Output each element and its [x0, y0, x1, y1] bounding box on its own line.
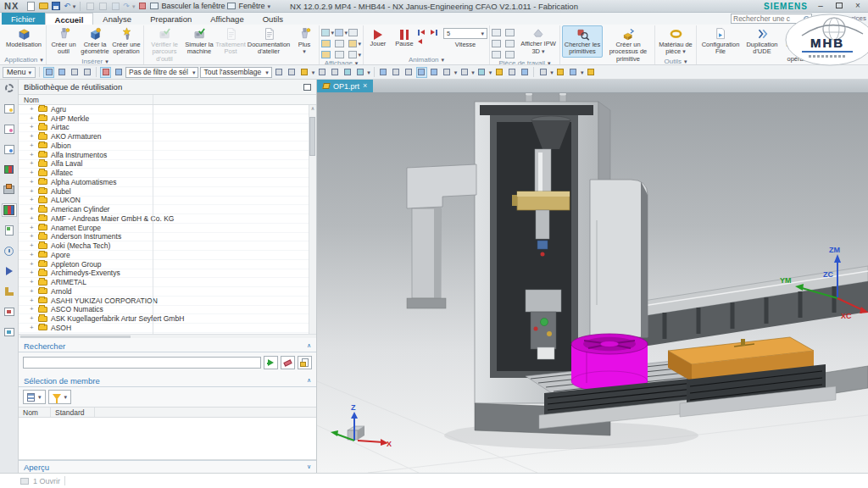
scrollbar-thumb[interactable] [309, 117, 315, 156]
maximize-button[interactable] [833, 2, 845, 10]
group-label-piece-travail[interactable]: Pièce de travail▾ [492, 59, 558, 65]
library-tree-row[interactable]: + AKO Armaturen [19, 132, 316, 141]
filter-dropdown[interactable]: ▾ [48, 390, 72, 404]
collapse-icon[interactable]: ∧ [307, 342, 311, 349]
select-body-icon[interactable] [81, 67, 92, 78]
search-go-button[interactable] [264, 356, 278, 369]
collapse-icon[interactable]: ∧ [307, 377, 311, 384]
pause-button[interactable]: Pause [392, 25, 417, 49]
group-label-application[interactable]: Application▾ [3, 55, 44, 64]
expand-icon[interactable]: + [30, 252, 35, 258]
measure-caret-icon[interactable]: ▾ [550, 69, 554, 75]
group-label-animation[interactable]: Animation▾ [365, 55, 487, 64]
expand-icon[interactable]: + [30, 124, 35, 130]
assembly-navigator-icon[interactable] [2, 102, 17, 115]
library-tree-row[interactable]: + ALUKON [19, 197, 316, 206]
library-tree-row[interactable]: + Anderson Instruments [19, 233, 316, 242]
preview-section-header[interactable]: Aperçu ∨ [19, 460, 316, 473]
group-label-operations[interactable]: Opérations▾ [146, 64, 317, 65]
tab-outils[interactable]: Outils [253, 13, 292, 25]
plus-button[interactable]: Plus ▾ [292, 25, 317, 56]
highlight-caret-icon[interactable]: ▾ [312, 69, 315, 75]
creer-geometrie-button[interactable]: Créer la géométrie [80, 25, 110, 58]
wcs-icon[interactable] [493, 67, 504, 78]
library-tree-row[interactable]: + Agru [19, 105, 316, 114]
redo-icon[interactable]: ↷ [123, 3, 130, 10]
style-caret-icon[interactable]: ▾ [454, 69, 458, 75]
undo-icon[interactable]: ↶ [64, 3, 70, 10]
ipw-option-icon[interactable] [492, 40, 501, 47]
vitesse-select[interactable]: 5 ▾ [443, 28, 487, 39]
cut-icon[interactable] [85, 2, 95, 11]
undo-dropdown-icon[interactable]: ▾ [73, 3, 76, 9]
lasso-icon[interactable] [354, 67, 365, 78]
step-back-button[interactable] [418, 28, 430, 36]
ipw-option-icon[interactable] [505, 51, 515, 58]
part-navigator-icon[interactable] [2, 142, 17, 156]
machine-door[interactable] [590, 180, 648, 337]
group-label-primitive[interactable]: Primitive▾ [562, 64, 653, 65]
point-display-icon[interactable] [335, 51, 344, 58]
zoom-window-icon[interactable] [378, 67, 389, 78]
library-small-icon[interactable] [2, 163, 17, 176]
tab-affichage[interactable]: Affichage [201, 13, 253, 25]
library-tree-row[interactable]: + Alpha Automatismes [19, 178, 316, 187]
pan-view-icon[interactable] [416, 67, 427, 78]
select-inside-icon[interactable] [287, 67, 298, 78]
edit-object-icon[interactable] [568, 67, 579, 78]
perspective-icon[interactable] [429, 67, 440, 78]
expand-icon[interactable]: + [30, 115, 35, 122]
window-frame-icon[interactable] [2, 325, 17, 339]
selection-filter-select[interactable]: Pas de filtre de sél▾ [125, 67, 198, 78]
history-clock-icon[interactable] [2, 244, 17, 258]
pencil-icon[interactable] [585, 67, 596, 78]
redo-dropdown-icon[interactable]: ▾ [132, 3, 136, 9]
select-cursor-icon[interactable] [43, 67, 54, 78]
tab-accueil[interactable]: Accueil [45, 13, 94, 25]
lasso-caret-icon[interactable]: ▾ [367, 69, 370, 75]
3d-viewport[interactable]: ZM ZC YM XC Z X [317, 93, 868, 473]
expand-icon[interactable]: + [30, 297, 35, 304]
style-shaded-icon[interactable] [442, 67, 453, 78]
view-orient-icon[interactable] [519, 67, 530, 78]
tab-op1-prt[interactable]: OP1.prt × [317, 80, 373, 92]
group-label-affichage[interactable]: Affichage▾ [321, 59, 361, 65]
measure-icon[interactable] [537, 67, 548, 78]
expand-icon[interactable]: + [30, 233, 35, 240]
expand-icon[interactable]: + [30, 197, 35, 203]
highlight-icon[interactable] [299, 67, 310, 78]
display-option-icon[interactable] [335, 29, 343, 36]
tool-display-icon[interactable] [348, 40, 357, 47]
library-tree-row[interactable]: + American Cylinder [19, 205, 316, 214]
expand-icon[interactable]: + [30, 160, 35, 167]
chercher-primitives-button[interactable]: Chercher les primitives [562, 25, 603, 58]
line-display-icon[interactable] [348, 51, 357, 58]
expand-icon[interactable]: + [30, 206, 35, 213]
creer-outil-button[interactable]: Créer un outil [48, 25, 79, 58]
member-col-nom[interactable]: Nom [19, 408, 51, 417]
select-face-icon[interactable] [56, 67, 67, 78]
library-search-input[interactable] [23, 357, 261, 369]
library-tree-row[interactable]: + Alfa Instrumentos [19, 151, 316, 160]
library-tree-row[interactable]: + ASK Kugellagerfabrik Artur Seyfert Gmb… [19, 314, 316, 324]
search-section-header[interactable]: Rechercher ∧ [19, 340, 316, 352]
step-forward-button[interactable] [431, 28, 442, 36]
library-tree-row[interactable]: + Appleton Group [19, 260, 316, 269]
window-menu-button[interactable]: Fenêtre ▾ [227, 2, 270, 10]
library-tree-row[interactable]: + Aoki (Mecha Tech) [19, 241, 316, 251]
library-tree-row[interactable]: + Airtac [19, 124, 316, 133]
save-icon[interactable] [51, 2, 61, 11]
rotate-view-icon[interactable] [403, 67, 415, 78]
rewind-button[interactable] [418, 37, 430, 46]
creer-processus-primitive-button[interactable]: Créer un processus de primitive [604, 25, 653, 64]
find-component-icon[interactable] [274, 67, 285, 78]
expand-icon[interactable]: + [30, 288, 35, 295]
library-tree-row[interactable]: + Alfatec [19, 169, 316, 178]
modelisation-button[interactable]: Modélisation [3, 25, 44, 50]
member-section-header[interactable]: Sélection de membre ∧ [19, 374, 316, 387]
edit-caret-icon[interactable]: ▾ [581, 69, 584, 75]
tree-column-header[interactable]: Nom [19, 94, 316, 105]
documentation-atelier-button[interactable]: Documentation d'atelier [247, 25, 291, 58]
undock-icon[interactable] [303, 84, 311, 91]
expand-icon[interactable]: + [30, 169, 35, 176]
